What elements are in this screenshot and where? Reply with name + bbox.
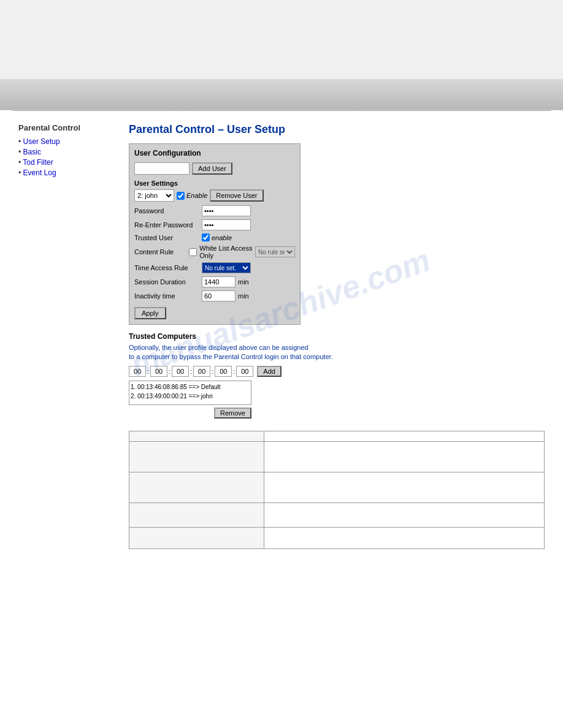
password-row: Password	[134, 205, 295, 216]
inactivity-unit: min	[238, 292, 249, 300]
table-cell-left	[129, 472, 264, 502]
trusted-user-label: Trusted User	[134, 234, 202, 241]
re-password-input[interactable]	[202, 219, 251, 230]
inactivity-time-row: Inactivity time 60 min	[134, 290, 295, 301]
table-cell-left	[129, 527, 264, 548]
content-rule-label: Content Rule	[134, 248, 186, 256]
add-user-input[interactable]	[134, 162, 190, 175]
apply-button[interactable]: Apply	[134, 307, 166, 319]
main-panel: Parental Control – User Setup User Confi…	[129, 123, 545, 549]
mac-add-button[interactable]: Add	[257, 366, 282, 377]
user-settings-row: 2: john Enable Remove User	[134, 189, 295, 202]
mac-field-6[interactable]	[236, 366, 253, 377]
session-duration-label: Session Duration	[134, 278, 202, 286]
remove-user-button[interactable]: Remove User	[210, 189, 263, 202]
remove-row: Remove	[129, 408, 251, 419]
mac-input-row: : : : : : Add	[129, 366, 350, 377]
whitelist-label: White List Access Only	[199, 245, 253, 259]
sidebar-item-user-setup[interactable]: User Setup	[18, 137, 117, 146]
sidebar-item-tod-filter[interactable]: Tod Filter	[18, 158, 117, 167]
trusted-list-item-1: 1. 00:13:46:08:86:85 ==> Default	[131, 382, 250, 392]
bottom-table	[129, 431, 545, 549]
table-cell-left	[129, 441, 264, 472]
mac-field-4[interactable]	[193, 366, 210, 377]
banner-area	[0, 0, 563, 110]
trusted-computers-desc: Optionally, the user profile displayed a…	[129, 343, 350, 362]
password-label: Password	[134, 207, 202, 214]
sidebar-nav: User Setup Basic Tod Filter Event Log	[18, 137, 117, 177]
inactivity-label: Inactivity time	[134, 292, 202, 300]
session-input[interactable]: 1440	[202, 276, 236, 287]
table-cell-left	[129, 502, 264, 527]
enable-label: Enable	[186, 192, 207, 199]
page-title: Parental Control – User Setup	[129, 123, 545, 136]
trusted-user-enable-label: enable	[212, 234, 232, 241]
re-password-row: Re-Enter Password	[134, 219, 295, 230]
table-cell-right	[264, 441, 545, 472]
banner-gradient	[0, 79, 563, 110]
config-box: User Configuration Add User User Setting…	[129, 143, 301, 325]
enable-checkbox[interactable]	[177, 192, 185, 200]
user-settings-label: User Settings	[134, 180, 295, 187]
table-row	[129, 472, 545, 502]
session-duration-row: Session Duration 1440 min	[134, 276, 295, 287]
content-rule-row: Content Rule White List Access Only No r…	[134, 245, 295, 259]
sidebar-link-user-setup[interactable]: User Setup	[23, 137, 60, 146]
session-unit: min	[238, 278, 249, 286]
sidebar: Parental Control User Setup Basic Tod Fi…	[18, 123, 117, 549]
main-content: Parental Control User Setup Basic Tod Fi…	[0, 111, 563, 561]
inactivity-input[interactable]: 60	[202, 290, 236, 301]
trusted-list: 1. 00:13:46:08:86:85 ==> Default 2. 00:1…	[129, 381, 251, 405]
table-cell-right	[264, 431, 545, 441]
remove-button[interactable]: Remove	[214, 408, 251, 419]
sidebar-link-event-log[interactable]: Event Log	[23, 169, 56, 177]
user-select[interactable]: 2: john	[134, 189, 174, 202]
config-box-title: User Configuration	[134, 149, 295, 157]
table-cell-right	[264, 502, 545, 527]
enable-checkbox-label: Enable	[177, 192, 207, 200]
trusted-computers: Trusted Computers Optionally, the user p…	[129, 332, 350, 419]
trusted-user-checkbox[interactable]	[202, 233, 210, 241]
re-password-label: Re-Enter Password	[134, 221, 202, 229]
trusted-user-row: Trusted User enable	[134, 233, 295, 241]
add-user-row: Add User	[134, 162, 295, 175]
table-row	[129, 527, 545, 548]
sidebar-item-basic[interactable]: Basic	[18, 148, 117, 156]
whitelist-checkbox[interactable]	[189, 248, 197, 256]
table-cell-right	[264, 527, 545, 548]
sidebar-title: Parental Control	[18, 123, 117, 132]
trusted-list-item-2: 2. 00:13:49:00:00:21 ==> john	[131, 392, 250, 401]
page-wrapper: Parental Control User Setup Basic Tod Fi…	[0, 0, 563, 728]
sidebar-link-tod-filter[interactable]: Tod Filter	[23, 158, 53, 167]
time-access-select[interactable]: No rule set.	[202, 262, 251, 273]
table-row	[129, 431, 545, 441]
table-row	[129, 502, 545, 527]
password-input[interactable]	[202, 205, 251, 216]
table-cell-right	[264, 472, 545, 502]
time-access-row: Time Access Rule No rule set.	[134, 262, 295, 273]
trusted-computers-title: Trusted Computers	[129, 332, 350, 341]
time-access-label: Time Access Rule	[134, 264, 202, 271]
sidebar-item-event-log[interactable]: Event Log	[18, 169, 117, 177]
mac-field-5[interactable]	[215, 366, 232, 377]
mac-field-1[interactable]	[129, 366, 146, 377]
mac-field-2[interactable]	[150, 366, 167, 377]
no-rule-select[interactable]: No rule set.	[255, 246, 295, 257]
sidebar-link-basic[interactable]: Basic	[23, 148, 41, 156]
add-user-button[interactable]: Add User	[192, 162, 232, 175]
table-row	[129, 441, 545, 472]
trusted-user-checkbox-label: enable	[202, 233, 232, 241]
table-cell-left	[129, 431, 264, 441]
mac-field-3[interactable]	[172, 366, 189, 377]
